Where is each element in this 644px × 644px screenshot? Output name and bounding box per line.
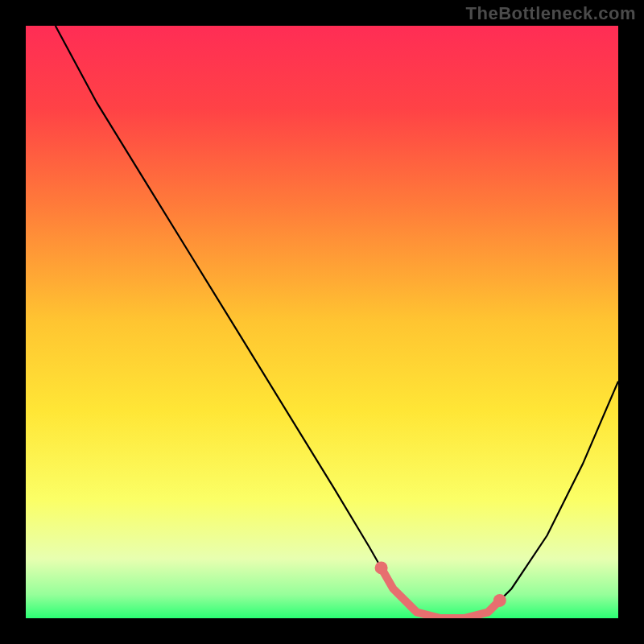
chart-frame: TheBottleneck.com (0, 0, 644, 644)
watermark-text: TheBottleneck.com (466, 3, 636, 24)
highlight-end-dot (493, 594, 506, 607)
plot-area (26, 26, 618, 618)
chart-svg (26, 26, 618, 618)
gradient-background (26, 26, 618, 618)
